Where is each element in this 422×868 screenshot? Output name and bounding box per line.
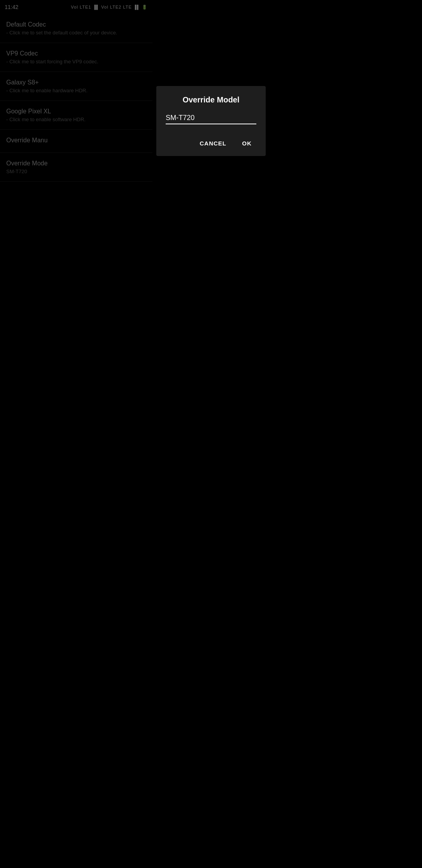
dialog-overlay[interactable]: Override Model CANCEL OK xyxy=(0,0,152,313)
